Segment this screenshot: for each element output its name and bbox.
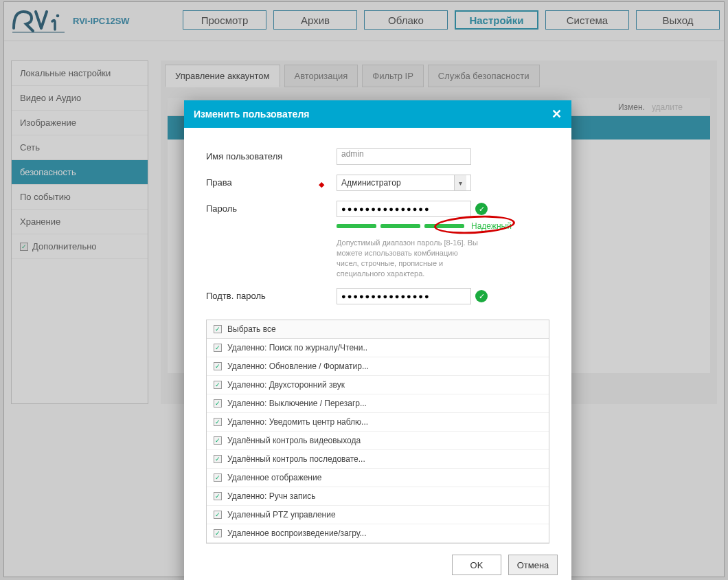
select-all-label: Выбрать все — [227, 324, 276, 334]
modal-body: Имя пользователя admin Права ◆ Администр… — [184, 128, 571, 320]
checkbox-icon[interactable]: ✓ — [214, 473, 222, 482]
permission-item[interactable]: ✓Удаленное воспроизведение/загру... — [207, 524, 549, 543]
permission-label: Удаленно: Ручн запись — [227, 491, 315, 501]
permission-item[interactable]: ✓Удаленно: Двухсторонний звук — [207, 376, 549, 394]
permissions-box: ✓ Выбрать все ✓Удаленно: Поиск по журнал… — [206, 320, 549, 544]
permission-label: Удаленно: Поиск по журналу/Чтени.. — [227, 343, 367, 353]
checkbox-icon[interactable]: ✓ — [214, 455, 222, 463]
permission-item[interactable]: ✓Удаленно: Поиск по журналу/Чтени.. — [207, 339, 549, 357]
permission-label: Удаленное воспроизведение/загру... — [227, 528, 367, 538]
permission-label: Удаленный PTZ управление — [227, 510, 336, 520]
chevron-down-icon[interactable]: ▾ — [454, 175, 466, 190]
row-confirm: Подтв. пароль ●●●●●●●●●●●●●●● ✓ — [206, 288, 549, 304]
permission-label: Удаленно: Двухсторонний звук — [227, 380, 345, 390]
cancel-button[interactable]: Отмена — [508, 555, 558, 575]
required-icon: ◆ — [319, 180, 324, 189]
permission-item[interactable]: ✓Удалённый контроль последовате... — [207, 450, 549, 469]
checkbox-icon[interactable]: ✓ — [214, 529, 222, 537]
permissions-select-all[interactable]: ✓ Выбрать все — [207, 320, 549, 339]
permissions-list: ✓Удаленно: Поиск по журналу/Чтени.. ✓Уда… — [207, 339, 549, 543]
label-password: Пароль — [206, 201, 337, 214]
permission-item[interactable]: ✓Удаленное отображение — [207, 469, 549, 487]
strength-bar — [337, 224, 376, 228]
check-circle-icon: ✓ — [475, 290, 488, 302]
password-input[interactable]: ●●●●●●●●●●●●●●● — [337, 201, 471, 217]
permission-label: Удаленно: Уведомить центр наблю... — [227, 417, 368, 427]
checkbox-icon[interactable]: ✓ — [214, 325, 222, 333]
checkbox-icon[interactable]: ✓ — [214, 399, 222, 408]
modal-titlebar: Изменить пользователя ✕ — [184, 100, 571, 128]
confirm-password-input[interactable]: ●●●●●●●●●●●●●●● — [337, 288, 471, 304]
row-password: Пароль ●●●●●●●●●●●●●●● ✓ Надежный Допуст… — [206, 201, 549, 278]
modal-footer: OK Отмена — [184, 544, 571, 580]
checkbox-icon[interactable]: ✓ — [214, 511, 222, 519]
rights-value: Администратор — [341, 178, 401, 188]
checkbox-icon[interactable]: ✓ — [214, 344, 222, 352]
ok-button[interactable]: OK — [452, 555, 501, 575]
edit-user-modal: Изменить пользователя ✕ Имя пользователя… — [184, 100, 571, 580]
row-username: Имя пользователя admin — [206, 148, 549, 165]
checkbox-icon[interactable]: ✓ — [214, 362, 222, 370]
permission-label: Удаленно: Выключение / Перезагр... — [227, 399, 367, 408]
password-strength: Надежный — [337, 221, 549, 231]
permission-item[interactable]: ✓Удалённый контроль видеовыхода — [207, 432, 549, 450]
label-confirm: Подтв. пароль — [206, 288, 337, 301]
permission-item[interactable]: ✓Удаленно: Обновление / Форматир... — [207, 357, 549, 376]
modal-title-text: Изменить пользователя — [194, 109, 309, 120]
strength-bar — [380, 224, 420, 228]
password-hint: Допустимый диапазон пароль [8-16]. Вы мо… — [337, 238, 481, 278]
checkbox-icon[interactable]: ✓ — [214, 492, 222, 500]
checkbox-icon[interactable]: ✓ — [214, 436, 222, 445]
check-circle-icon: ✓ — [475, 203, 488, 215]
row-rights: Права ◆ Администратор ▾ — [206, 175, 549, 191]
rights-select[interactable]: Администратор ▾ — [337, 175, 471, 191]
label-rights: Права — [206, 175, 337, 188]
username-input[interactable]: admin — [337, 148, 471, 165]
close-icon[interactable]: ✕ — [551, 107, 562, 122]
checkbox-icon[interactable]: ✓ — [214, 418, 222, 426]
permission-item[interactable]: ✓Удаленный PTZ управление — [207, 506, 549, 524]
label-username: Имя пользователя — [206, 148, 337, 161]
permission-item[interactable]: ✓Удаленно: Выключение / Перезагр... — [207, 394, 549, 413]
permission-label: Удалённый контроль последовате... — [227, 454, 365, 464]
checkbox-icon[interactable]: ✓ — [214, 381, 222, 389]
permission-item[interactable]: ✓Удаленно: Ручн запись — [207, 487, 549, 506]
permission-item[interactable]: ✓Удаленно: Уведомить центр наблю... — [207, 413, 549, 432]
permission-label: Удалённый контроль видеовыхода — [227, 436, 361, 445]
permission-label: Удаленно: Обновление / Форматир... — [227, 361, 369, 371]
permission-label: Удаленное отображение — [227, 473, 321, 482]
